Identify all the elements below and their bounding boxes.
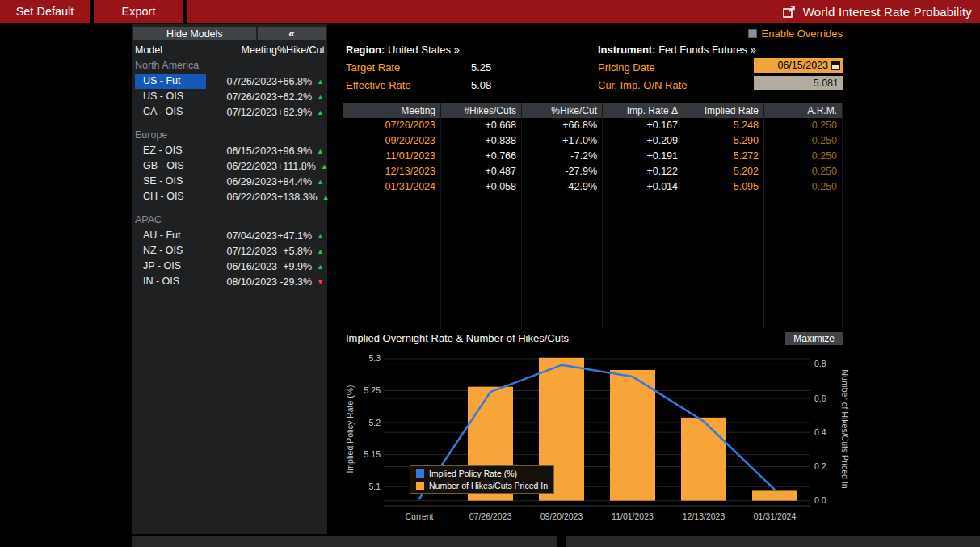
cell-pct: -42.9% xyxy=(522,179,603,195)
chart-area: 5.35.255.25.155.10.80.60.40.20.0Current0… xyxy=(343,346,852,533)
model-hike-cut-value: +47.1% xyxy=(277,230,313,242)
model-group-label: North America xyxy=(132,58,327,74)
cell-pct: +66.8% xyxy=(522,118,603,133)
cell-meeting: 07/26/2023 xyxy=(343,118,441,133)
model-row[interactable]: SE - OIS06/29/2023+84.4%▲ xyxy=(132,174,327,189)
topbar-title-area: World Interest Rate Probability xyxy=(783,0,980,23)
model-row[interactable]: CA - OIS07/12/2023+62.9%▲ xyxy=(132,104,327,120)
models-table-header: Model Meeting %Hike/Cut xyxy=(132,43,327,58)
export-button[interactable]: Export xyxy=(94,0,187,23)
model-meeting-date: 07/12/2023 xyxy=(206,246,277,257)
col-hike-cut: %Hike/Cut xyxy=(277,44,325,56)
table-column-divider xyxy=(683,195,764,329)
page-title: World Interest Rate Probability xyxy=(803,5,972,19)
target-rate-value: 5.25 xyxy=(471,60,491,75)
col-imp-rate-delta: Imp. Rate Δ xyxy=(603,103,683,118)
col-hikes-cuts: #Hikes/Cuts xyxy=(441,103,522,118)
right-axis-tick: 0.0 xyxy=(814,495,826,505)
model-name[interactable]: AU - Fut xyxy=(135,228,206,243)
model-row[interactable]: EZ - OIS06/15/2023+96.9%▲ xyxy=(132,143,327,158)
model-row[interactable]: CH - OIS06/22/2023+138.3%▲ xyxy=(132,189,327,204)
model-row[interactable]: US - Fut07/26/2023+66.8%▲ xyxy=(132,74,327,89)
hide-models-button[interactable]: Hide Models xyxy=(133,27,256,40)
cell-pct: -7.2% xyxy=(522,149,603,164)
col-implied-rate: Implied Rate xyxy=(683,103,764,118)
cell-implied: 5.290 xyxy=(683,133,764,149)
meetings-table-header: Meeting #Hikes/Cuts %Hike/Cut Imp. Rate … xyxy=(343,103,843,118)
region-label: Region: xyxy=(346,44,385,56)
collapse-panel-button[interactable]: « xyxy=(258,27,326,40)
enable-overrides-control[interactable]: Enable Overrides xyxy=(748,27,843,40)
model-row[interactable]: US - OIS07/26/2023+62.2%▲ xyxy=(132,89,327,104)
model-row[interactable]: NZ - OIS07/12/2023+5.8%▲ xyxy=(132,243,327,259)
model-hike-cut-value: +138.3% xyxy=(277,191,319,203)
model-hike-cut-value: +62.2% xyxy=(277,91,313,103)
calendar-icon[interactable] xyxy=(831,61,840,70)
up-arrow-icon: ▲ xyxy=(313,93,324,101)
model-meeting-date: 07/04/2023 xyxy=(206,230,277,242)
table-row[interactable]: 09/20/2023+0.838+17.0%+0.2095.2900.250 xyxy=(343,133,843,149)
right-axis-tick: 0.6 xyxy=(814,393,826,403)
table-row[interactable]: 11/01/2023+0.766-7.2%+0.1915.2720.250 xyxy=(343,149,843,164)
cell-meeting: 09/20/2023 xyxy=(343,133,441,149)
cur-imp-rate-input[interactable]: 5.081 xyxy=(754,76,843,90)
instrument-label: Instrument: xyxy=(598,44,656,56)
model-name[interactable]: IN - OIS xyxy=(135,274,206,289)
set-default-button[interactable]: Set Default xyxy=(0,0,94,23)
open-window-icon[interactable] xyxy=(783,6,796,18)
table-row[interactable]: 01/31/2024+0.058-42.9%+0.0145.0950.250 xyxy=(343,179,843,195)
hikes-bar xyxy=(752,490,797,500)
model-name[interactable]: CH - OIS xyxy=(135,189,206,204)
instrument-value[interactable]: Fed Funds Futures » xyxy=(658,44,756,56)
up-arrow-icon: ▲ xyxy=(319,193,330,201)
right-axis-tick: 0.4 xyxy=(814,427,826,437)
down-arrow-icon: ▼ xyxy=(313,278,324,286)
cell-implied: 5.272 xyxy=(683,149,764,164)
bottom-panel-left xyxy=(132,536,557,547)
legend-label: Implied Policy Rate (%) xyxy=(429,469,517,478)
models-panel: Hide Models « Model Meeting %Hike/Cut No… xyxy=(132,24,327,534)
x-axis-label: 11/01/2023 xyxy=(612,511,654,521)
model-name[interactable]: SE - OIS xyxy=(135,174,206,189)
model-hike-cut-value: +96.9% xyxy=(277,145,313,157)
pricing-date-input[interactable]: 06/15/2023 xyxy=(754,58,843,73)
enable-overrides-label: Enable Overrides xyxy=(762,27,843,40)
model-meeting-date: 06/29/2023 xyxy=(206,176,277,187)
right-axis-tick: 0.2 xyxy=(814,461,826,471)
region-value[interactable]: United States » xyxy=(388,44,460,56)
model-hike-cut-value: +62.9% xyxy=(277,107,313,118)
cell-pct: +17.0% xyxy=(522,133,603,149)
model-row[interactable]: GB - OIS06/22/2023+111.8%▲ xyxy=(132,158,327,174)
cell-arm: 0.250 xyxy=(764,118,843,133)
region-row: Region: United States » xyxy=(346,42,460,57)
cur-imp-rate-text: Cur. Imp. O/N Rate xyxy=(598,79,688,91)
model-name[interactable]: CA - OIS xyxy=(135,104,206,120)
table-row[interactable]: 12/13/2023+0.487-27.9%+0.1225.2020.250 xyxy=(343,164,843,179)
cell-meeting: 11/01/2023 xyxy=(343,149,441,164)
model-name[interactable]: EZ - OIS xyxy=(135,143,206,158)
table-column-divider xyxy=(764,195,843,329)
effective-rate-label: Effective Rate xyxy=(346,78,411,93)
model-row[interactable]: JP - OIS06/16/2023+9.9%▲ xyxy=(132,259,327,274)
left-axis-tick: 5.3 xyxy=(368,353,381,363)
model-row[interactable]: AU - Fut07/04/2023+47.1%▲ xyxy=(132,228,327,243)
enable-overrides-checkbox[interactable] xyxy=(748,29,757,38)
model-name[interactable]: GB - OIS xyxy=(135,158,206,174)
model-name[interactable]: US - Fut xyxy=(135,74,206,89)
chart-legend: Implied Policy Rate (%)Number of Hikes/C… xyxy=(410,465,554,494)
model-name[interactable]: JP - OIS xyxy=(135,259,206,274)
table-row[interactable]: 07/26/2023+0.668+66.8%+0.1675.2480.250 xyxy=(343,118,843,133)
rates-info: Region: United States » Instrument: Fed … xyxy=(343,42,843,100)
model-name[interactable]: US - OIS xyxy=(135,89,206,104)
model-meeting-date: 06/22/2023 xyxy=(206,161,277,172)
model-name[interactable]: NZ - OIS xyxy=(135,243,206,259)
cell-hikes: +0.668 xyxy=(441,118,522,133)
col-pct-hike-cut: %Hike/Cut xyxy=(522,103,603,118)
model-row[interactable]: IN - OIS08/10/2023-29.3%▼ xyxy=(132,274,327,289)
cell-hikes: +0.058 xyxy=(441,179,522,195)
up-arrow-icon: ▲ xyxy=(313,78,324,86)
x-axis-label: 12/13/2023 xyxy=(683,511,726,521)
up-arrow-icon: ▲ xyxy=(313,247,324,255)
maximize-button[interactable]: Maximize xyxy=(785,332,843,345)
target-rate-text: Target Rate xyxy=(346,61,400,74)
